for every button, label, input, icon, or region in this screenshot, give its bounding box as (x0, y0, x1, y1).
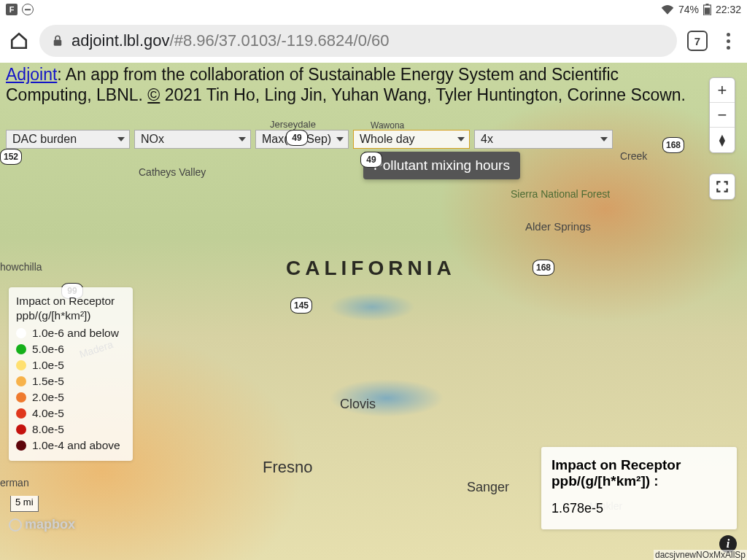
value-reading: 1.678e-5 (551, 501, 727, 516)
route-145: 145 (290, 298, 312, 314)
chevron-down-icon (600, 137, 608, 141)
legend-title: Impact on Receptor (16, 295, 125, 308)
url-bar[interactable]: adjoint.lbl.gov/#8.96/37.0103/-119.6824/… (39, 25, 677, 57)
chevron-down-icon (239, 137, 246, 141)
legend-swatch (16, 328, 26, 338)
tooltip-mixing-hours: Pollutant mixing hours (363, 152, 520, 179)
browser-toolbar: adjoint.lbl.gov/#8.96/37.0103/-119.6824/… (0, 19, 747, 63)
legend-row: 4.0e-5 (16, 407, 125, 420)
label-alder: Alder Springs (525, 220, 591, 233)
legend-label: 8.0e-5 (32, 423, 64, 436)
url-text: adjoint.lbl.gov/#8.96/37.0103/-119.6824/… (71, 31, 389, 50)
legend-swatch (16, 392, 26, 402)
value-panel: Impact on Receptor ppb/(g/[h*km²]) : 1.6… (541, 447, 737, 529)
controls-row: DAC burden NOx Max(Jul-Sep) Whole day 4x (6, 130, 613, 149)
status-time: 22:32 (716, 4, 741, 15)
chevron-down-icon (457, 137, 465, 141)
adjoint-link[interactable]: Adjoint (6, 65, 57, 84)
route-49b: 49 (360, 152, 382, 168)
label-creek: Creek (620, 150, 647, 162)
label-erman: erman (0, 477, 29, 489)
legend-row: 1.0e-6 and below (16, 327, 125, 340)
fullscreen-button[interactable] (709, 174, 735, 200)
wifi-icon (661, 4, 674, 15)
select-pollutant-value: NOx (141, 133, 164, 146)
zoom-out-button[interactable]: − (710, 103, 735, 128)
home-button[interactable] (9, 31, 29, 51)
legend-row: 8.0e-5 (16, 423, 125, 436)
label-fresno: Fresno (263, 458, 312, 477)
legend-panel: Impact on Receptor ppb/(g/[h*km²]) 1.0e-… (9, 287, 133, 461)
android-status-bar: F 74% 22:32 (0, 0, 747, 19)
label-catheys: Catheys Valley (139, 166, 206, 178)
value-units: ppb/(g/[h*km²]) : (551, 473, 727, 489)
route-152: 152 (0, 149, 22, 165)
label-snf: Sierra National Forest (511, 188, 610, 200)
legend-row: 1.0e-5 (16, 359, 125, 372)
layer-id-label: dacsjvnewNOxMxAllSp (654, 550, 747, 560)
legend-swatch (16, 376, 26, 386)
svg-rect-3 (54, 40, 62, 46)
app-header: Adjoint: An app from the collaboration o… (6, 64, 703, 105)
legend-label: 1.0e-4 and above (32, 439, 120, 452)
tabs-button[interactable]: 7 (687, 31, 708, 51)
legend-units: ppb/(g/[h*km²]) (16, 309, 125, 322)
label-chowchilla: howchilla (0, 261, 42, 273)
select-scale-value: 4x (481, 133, 493, 146)
map-app: Adjoint: An app from the collaboration o… (0, 63, 747, 560)
scale-bar: 5 mi (10, 496, 39, 512)
globe-icon (9, 518, 22, 532)
label-state: CALIFORNIA (286, 257, 456, 280)
route-49: 49 (286, 130, 308, 146)
legend-swatch (16, 360, 26, 370)
tab-count: 7 (694, 35, 700, 47)
legend-label: 4.0e-5 (32, 407, 64, 420)
select-layer[interactable]: DAC burden (6, 130, 130, 149)
select-pollutant[interactable]: NOx (134, 130, 251, 149)
label-wawona: Wawona (371, 120, 404, 131)
svg-rect-2 (705, 8, 710, 15)
battery-percent: 74% (678, 4, 699, 15)
value-title: Impact on Receptor (551, 457, 727, 473)
chevron-down-icon (117, 137, 125, 141)
mapbox-logo[interactable]: mapbox (9, 517, 75, 532)
lock-icon (51, 34, 64, 47)
zoom-control: + − ▲▼ (709, 77, 735, 153)
legend-row: 1.5e-5 (16, 375, 125, 388)
label-sanger: Sanger (467, 480, 509, 495)
select-scale[interactable]: 4x (474, 130, 613, 149)
label-clovis: Clovis (340, 397, 376, 412)
legend-label: 5.0e-6 (32, 343, 64, 356)
route-168: 168 (533, 260, 554, 276)
legend-label: 1.5e-5 (32, 375, 64, 388)
pitch-control[interactable]: ▲▼ (710, 128, 735, 152)
select-hours[interactable]: Whole day (353, 130, 470, 149)
legend-label: 1.0e-6 and below (32, 327, 119, 340)
route-168b: 168 (662, 137, 684, 153)
browser-menu-button[interactable] (718, 31, 738, 51)
select-hours-value: Whole day (360, 133, 415, 146)
legend-label: 1.0e-5 (32, 359, 64, 372)
do-not-disturb-icon (22, 4, 34, 15)
legend-row: 2.0e-5 (16, 391, 125, 404)
battery-icon (703, 4, 711, 15)
legend-row: 5.0e-6 (16, 343, 125, 356)
label-jerseydale: Jerseydale (270, 119, 316, 130)
select-layer-value: DAC burden (12, 133, 77, 146)
legend-swatch (16, 440, 26, 451)
legend-swatch (16, 344, 26, 354)
zoom-in-button[interactable]: + (710, 78, 735, 103)
legend-swatch (16, 408, 26, 419)
flipboard-icon: F (6, 4, 18, 15)
chevron-down-icon (336, 137, 344, 141)
legend-row: 1.0e-4 and above (16, 439, 125, 452)
legend-label: 2.0e-5 (32, 391, 64, 404)
copyright-symbol[interactable]: © (147, 85, 160, 104)
legend-swatch (16, 424, 26, 435)
